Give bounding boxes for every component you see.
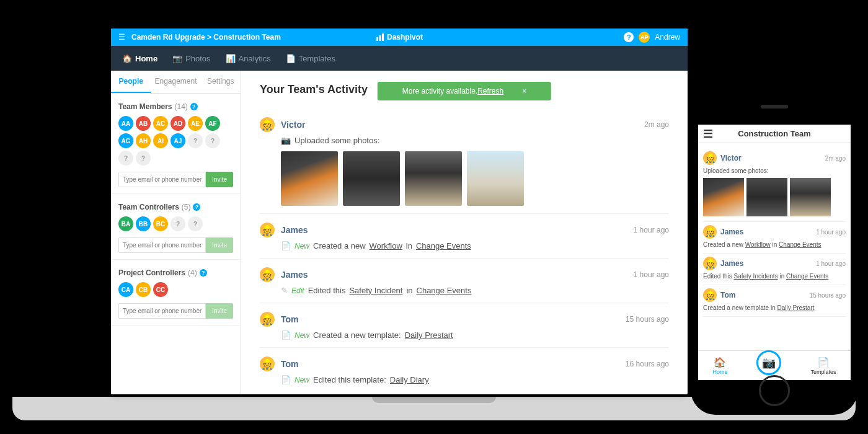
nav-analytics[interactable]: 📊Analytics bbox=[226, 54, 271, 63]
photo-thumb[interactable] bbox=[281, 151, 338, 206]
avatar[interactable]: BC bbox=[153, 216, 168, 231]
document-icon: 📄 bbox=[281, 241, 291, 250]
project-avatars: CACBCC bbox=[118, 282, 233, 297]
camera-icon: 📷 bbox=[281, 136, 291, 145]
mobile-time: 1 hour ago bbox=[816, 260, 846, 267]
avatar bbox=[260, 223, 275, 237]
avatar[interactable]: CA bbox=[118, 282, 133, 297]
photo-thumb[interactable] bbox=[343, 151, 400, 206]
mobile-nav-templates[interactable]: 📄Templates bbox=[810, 356, 836, 375]
mobile-user: Victor bbox=[720, 154, 742, 162]
link[interactable]: Daily Prestart bbox=[777, 304, 815, 311]
avatar[interactable]: ? bbox=[170, 216, 185, 231]
mobile-activity-item: James1 hour agoEdited this Safety Incide… bbox=[703, 254, 846, 285]
project-invite-button[interactable]: Invite bbox=[206, 303, 233, 319]
avatar[interactable]: CB bbox=[136, 282, 151, 297]
tab-settings[interactable]: Settings bbox=[201, 71, 241, 93]
section-team-controllers: Team Controllers (5) ? BABBBC?? Invite bbox=[111, 194, 241, 260]
avatar[interactable]: ? bbox=[188, 133, 203, 148]
menu-icon[interactable]: ☰ bbox=[703, 127, 713, 141]
avatar[interactable]: AC bbox=[153, 116, 168, 131]
mobile-title: Construction Team bbox=[738, 129, 811, 138]
mobile-nav-home[interactable]: 🏠Home bbox=[712, 356, 727, 375]
avatar[interactable]: AH bbox=[136, 133, 151, 148]
activity-user: Tom bbox=[281, 359, 299, 369]
info-icon[interactable]: ? bbox=[193, 203, 200, 211]
avatar[interactable]: AI bbox=[153, 133, 168, 148]
photo-thumb[interactable] bbox=[405, 151, 462, 206]
topbar: ☰ Camden Rd Upgrade > Construction Team … bbox=[111, 29, 688, 46]
photo-thumb[interactable] bbox=[703, 178, 744, 216]
photo-thumb[interactable] bbox=[467, 151, 524, 206]
photo-thumb[interactable] bbox=[790, 178, 831, 216]
info-icon[interactable]: ? bbox=[200, 269, 207, 277]
link[interactable]: Safety Incident bbox=[349, 286, 402, 295]
logo-icon bbox=[376, 33, 384, 42]
nav-photos[interactable]: 📷Photos bbox=[172, 54, 210, 63]
link[interactable]: Daily Prestart bbox=[405, 330, 453, 340]
svg-rect-2 bbox=[382, 33, 384, 41]
user-avatar[interactable]: AP bbox=[639, 32, 650, 43]
controllers-avatars: BABBBC?? bbox=[118, 216, 233, 231]
avatar[interactable]: BA bbox=[118, 216, 133, 231]
svg-rect-0 bbox=[376, 37, 378, 41]
avatar[interactable]: AE bbox=[188, 116, 203, 131]
avatar[interactable]: BB bbox=[136, 216, 151, 231]
avatar bbox=[260, 312, 275, 327]
mobile-feed: Victor2m agoUploaded some photos:James1 … bbox=[698, 143, 851, 350]
link[interactable]: Change Events bbox=[416, 241, 471, 250]
link[interactable]: Workflow bbox=[745, 241, 771, 248]
camera-icon: 📷 bbox=[172, 54, 182, 63]
avatar bbox=[260, 356, 275, 371]
breadcrumb[interactable]: Camden Rd Upgrade > Construction Team bbox=[131, 33, 281, 42]
desktop-app: ☰ Camden Rd Upgrade > Construction Team … bbox=[111, 29, 688, 394]
avatar[interactable]: ? bbox=[136, 151, 151, 166]
home-icon: 🏠 bbox=[122, 54, 132, 63]
link[interactable]: Change Events bbox=[779, 241, 821, 248]
mobile-bottom-nav: 🏠Home 📷 📄Templates bbox=[698, 350, 851, 380]
controllers-invite-button[interactable]: Invite bbox=[206, 237, 233, 253]
avatar[interactable]: ? bbox=[205, 133, 220, 148]
close-icon[interactable]: × bbox=[522, 87, 526, 95]
avatar[interactable]: AJ bbox=[170, 133, 185, 148]
members-avatars: AAABACADAEAFAGAHAIAJ???? bbox=[118, 116, 233, 166]
avatar[interactable]: AB bbox=[136, 116, 151, 131]
link[interactable]: Safety Incidents bbox=[733, 273, 777, 280]
link[interactable]: Workflow bbox=[370, 241, 402, 250]
mobile-header: ☰ Construction Team bbox=[698, 125, 851, 143]
status-badge: Edit bbox=[291, 286, 304, 295]
avatar[interactable]: AD bbox=[170, 116, 185, 131]
status-badge: New bbox=[294, 376, 309, 384]
activity-user: Tom bbox=[281, 314, 299, 324]
activity-feed: Victor2m ago📷 Uploaded some photos:James… bbox=[260, 108, 669, 392]
controllers-invite-input[interactable] bbox=[118, 237, 206, 253]
avatar[interactable]: AF bbox=[205, 116, 220, 131]
members-invite-input[interactable] bbox=[118, 172, 206, 187]
menu-icon[interactable]: ☰ bbox=[118, 33, 125, 42]
info-icon[interactable]: ? bbox=[190, 103, 198, 110]
activity-time: 1 hour ago bbox=[634, 270, 669, 279]
photo-thumb[interactable] bbox=[746, 178, 787, 216]
phone-mockup: ☰ Construction Team Victor2m agoUploaded… bbox=[691, 87, 858, 415]
nav-home[interactable]: 🏠Home bbox=[122, 54, 157, 63]
avatar bbox=[703, 225, 717, 239]
link[interactable]: Change Events bbox=[786, 273, 828, 280]
tab-engagement[interactable]: Engagement bbox=[151, 71, 200, 93]
mobile-camera-button[interactable]: 📷 bbox=[756, 350, 781, 375]
avatar[interactable]: ? bbox=[188, 216, 203, 231]
help-icon[interactable]: ? bbox=[624, 32, 634, 42]
sidebar: People Engagement Settings Team Members … bbox=[111, 71, 241, 394]
mobile-time: 2m ago bbox=[825, 155, 846, 162]
link[interactable]: Change Events bbox=[417, 286, 472, 295]
avatar[interactable]: AA bbox=[118, 116, 133, 131]
refresh-link[interactable]: Refresh bbox=[477, 87, 503, 95]
project-invite-input[interactable] bbox=[118, 303, 206, 319]
nav-templates[interactable]: 📄Templates bbox=[286, 54, 335, 63]
tab-people[interactable]: People bbox=[111, 71, 151, 93]
avatar[interactable]: ? bbox=[118, 151, 133, 166]
link[interactable]: Daily Diary bbox=[390, 375, 429, 384]
avatar[interactable]: CC bbox=[153, 282, 168, 297]
user-name[interactable]: Andrew bbox=[655, 33, 680, 42]
avatar[interactable]: AG bbox=[118, 133, 133, 148]
members-invite-button[interactable]: Invite bbox=[206, 172, 233, 187]
